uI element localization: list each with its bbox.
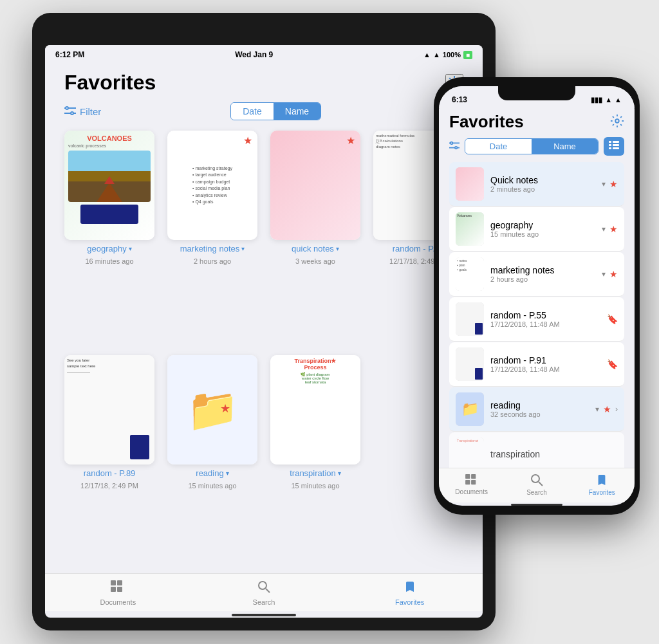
- list-thumbnail: [456, 167, 484, 201]
- tab-search[interactable]: Search: [238, 580, 290, 606]
- home-indicator: [511, 504, 562, 506]
- item-name-text: quick notes: [292, 244, 334, 253]
- ipad-status-bar: 6:12 PM Wed Jan 9 ▲ ▲ 100% ■: [45, 45, 483, 64]
- tab-favorites[interactable]: Favorites: [582, 474, 621, 496]
- svg-rect-32: [471, 480, 476, 484]
- list-item[interactable]: ▪ notes▪ plan▪ goals marketing notes 2 h…: [449, 252, 624, 297]
- svg-rect-23: [609, 141, 611, 143]
- sort-name-button[interactable]: Name: [532, 139, 598, 154]
- list-item[interactable]: Transpiration★ transpiration: [449, 432, 624, 468]
- signal-icon: ▲: [615, 96, 622, 104]
- item-date: 15 minutes ago: [490, 230, 595, 238]
- tab-documents-label: Documents: [100, 598, 136, 606]
- list-item[interactable]: Volcanoes geography 15 minutes ago ▾ ★: [449, 207, 624, 252]
- list-item-info: geography 15 minutes ago: [490, 220, 595, 238]
- item-date: 12/17/18, 2:49 PM: [80, 482, 138, 490]
- wifi-icon: ▲: [605, 96, 612, 104]
- item-actions: ▾ ★ ›: [595, 404, 618, 414]
- list-item[interactable]: Quick notes 2 minutes ago ▾ ★: [449, 162, 624, 207]
- svg-point-17: [450, 142, 453, 144]
- item-date: 2 hours ago: [490, 275, 595, 283]
- list-item[interactable]: 📁 ★ reading ▾ 15 minutes ago: [167, 355, 257, 567]
- list-item[interactable]: See you later sample text here —————— ra…: [64, 355, 154, 567]
- item-name-text: transpiration: [290, 468, 336, 478]
- sort-date-button[interactable]: Date: [465, 139, 532, 154]
- sort-date-button[interactable]: Date: [231, 103, 274, 120]
- iphone-device: 6:13 ▮▮▮ ▲ ▲ Favorites: [434, 77, 640, 515]
- svg-point-4: [71, 112, 73, 115]
- tab-favorites[interactable]: Favorites: [384, 580, 436, 606]
- iphone-notch: [498, 86, 575, 100]
- item-date: 32 seconds ago: [490, 410, 589, 418]
- list-thumbnail: [456, 347, 484, 381]
- item-name-text: random - P.89: [84, 468, 136, 478]
- chevron-down-icon: ▾: [241, 245, 245, 252]
- sort-toggle: Date Name: [465, 138, 599, 154]
- list-item[interactable]: ▪ marketing strategy ▪ target audience ▪…: [167, 131, 257, 342]
- tab-favorites-label: Favorites: [395, 598, 424, 606]
- item-title: random - P.55: [490, 310, 600, 320]
- star-icon: ★: [243, 134, 252, 147]
- sort-toggle: Date Name: [230, 102, 321, 120]
- iphone-time: 6:13: [452, 95, 467, 104]
- item-name: random - P.89: [84, 468, 136, 478]
- item-name: quick notes ▾: [292, 244, 339, 253]
- item-title: marketing notes: [490, 265, 595, 275]
- tab-documents[interactable]: Documents: [92, 580, 144, 606]
- item-actions: ▾ ★: [602, 224, 618, 234]
- list-item[interactable]: 📁 reading 32 seconds ago ▾ ★ ›: [449, 387, 624, 432]
- item-name: transpiration ▾: [290, 468, 341, 478]
- ipad-status-right: ▲ ▲ 100% ■: [423, 51, 472, 59]
- chevron-down-icon: ▾: [602, 225, 606, 234]
- iphone-status-right: ▮▮▮ ▲ ▲: [591, 96, 622, 104]
- settings-button[interactable]: [610, 114, 624, 130]
- iphone-header: Favorites: [449, 112, 624, 132]
- list-item[interactable]: random - P.55 17/12/2018, 11:48 AM 🔖: [449, 297, 624, 342]
- sort-name-button[interactable]: Name: [274, 103, 320, 120]
- item-name-text: marketing notes: [180, 244, 240, 253]
- list-view-button[interactable]: [604, 137, 624, 156]
- grid-thumbnail: ▪ marketing strategy ▪ target audience ▪…: [167, 131, 257, 240]
- star-icon: ★: [609, 224, 618, 234]
- chevron-down-icon: ▾: [129, 245, 132, 252]
- list-item[interactable]: ★ quick notes ▾ 3 weeks ago: [270, 131, 360, 342]
- home-indicator: [232, 614, 296, 616]
- page-title: Favorites: [449, 112, 524, 132]
- item-name: marketing notes ▾: [180, 244, 245, 253]
- svg-line-15: [266, 589, 270, 593]
- list-thumbnail: 📁: [456, 392, 484, 426]
- tab-documents[interactable]: Documents: [452, 474, 491, 495]
- item-name-text: geography: [87, 244, 126, 253]
- item-date: 15 minutes ago: [188, 482, 236, 490]
- svg-rect-10: [111, 580, 116, 585]
- item-actions: 🔖: [607, 359, 618, 369]
- svg-rect-31: [465, 480, 470, 484]
- filter-button[interactable]: Filter: [64, 106, 101, 117]
- list-item[interactable]: Transpiration★Process 🌿 plant diagram wa…: [270, 355, 360, 567]
- ipad-content: Favorites Filte: [45, 64, 483, 573]
- star-icon: ★: [609, 269, 618, 279]
- item-name: geography ▾: [87, 244, 131, 253]
- chevron-down-icon: ▾: [595, 405, 599, 414]
- battery-icon: ■: [463, 51, 472, 59]
- list-item-info: Quick notes 2 minutes ago: [490, 175, 595, 193]
- svg-rect-25: [609, 144, 611, 146]
- list-item[interactable]: random - P.91 17/12/2018, 11:48 AM 🔖: [449, 342, 624, 387]
- list-item-info: marketing notes 2 hours ago: [490, 265, 595, 283]
- tab-search[interactable]: Search: [517, 474, 556, 496]
- svg-line-34: [539, 482, 543, 486]
- search-icon: [257, 580, 270, 596]
- ipad-grid: VOLCANOES volcanic processes geography ▾: [64, 131, 463, 567]
- documents-icon: [111, 580, 125, 596]
- page-title: Favorites: [64, 71, 156, 95]
- favorites-icon: [404, 580, 416, 596]
- chevron-down-icon: ▾: [602, 270, 606, 279]
- grid-thumbnail: ★: [270, 131, 360, 240]
- star-icon: ★: [603, 404, 611, 414]
- battery-icon: ▮▮▮: [591, 96, 602, 104]
- ipad-date: Wed Jan 9: [235, 50, 273, 59]
- item-date: 2 minutes ago: [490, 185, 595, 193]
- list-item[interactable]: VOLCANOES volcanic processes geography ▾: [64, 131, 154, 342]
- item-name-text: reading: [196, 468, 223, 478]
- iphone-content: Favorites Date Na: [439, 108, 635, 468]
